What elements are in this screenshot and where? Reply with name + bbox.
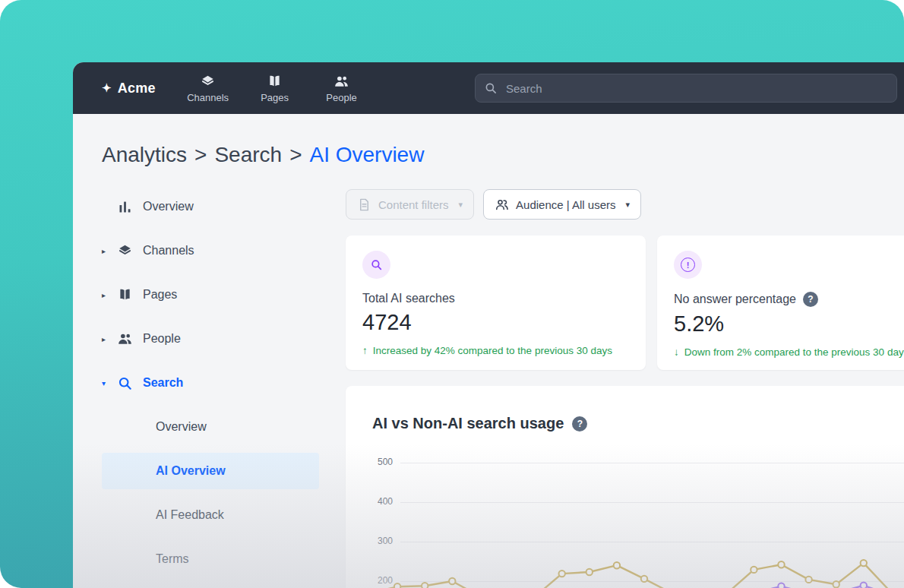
breadcrumb-separator: >	[289, 143, 302, 166]
ai-vs-non-ai-chart-card: AI vs Non-AI search usage ? 500400300200	[346, 386, 904, 588]
data-point-marker	[449, 578, 455, 584]
trend-down: ↓ Down from 2% compared to the previous …	[674, 346, 904, 358]
sidebar-label: People	[143, 332, 181, 346]
breadcrumb-current: AI Overview	[309, 143, 424, 166]
data-point-marker	[861, 583, 867, 588]
chevron-down-icon: ▾	[459, 200, 463, 210]
data-point-marker	[778, 561, 784, 567]
chevron-down-icon: ▾	[626, 200, 631, 210]
sidebar: Overview ▸ Channels ▸ Pages ▸ People	[102, 185, 319, 581]
people-icon	[117, 331, 133, 347]
nav-label: Channels	[187, 92, 229, 103]
data-point-marker	[751, 567, 757, 573]
card-title: No answer percentage	[674, 292, 796, 306]
card-icon-circle	[362, 251, 390, 279]
breadcrumb: Analytics>Search>AI Overview	[102, 143, 424, 167]
content-filters-label: Content filters	[378, 198, 449, 211]
brand-name: Acme	[118, 81, 156, 96]
data-point-marker	[422, 583, 428, 588]
help-icon[interactable]: ?	[803, 292, 818, 307]
line-chart	[346, 386, 904, 588]
sidebar-item-pages[interactable]: ▸ Pages	[102, 273, 319, 317]
search-icon	[370, 258, 383, 271]
nav-label: People	[326, 92, 356, 103]
sidebar-subitem-terms[interactable]: Terms	[102, 537, 319, 581]
trend-text: Increased by 42% compared to the previou…	[373, 345, 612, 356]
breadcrumb-analytics[interactable]: Analytics	[102, 143, 187, 166]
nav-label: Pages	[261, 92, 289, 103]
screen: ✦ Acme Channels Pages People	[0, 0, 904, 588]
data-point-marker	[559, 571, 565, 577]
chevron-right-icon[interactable]: ▸	[102, 335, 117, 343]
search-icon	[117, 375, 133, 391]
nav-item-people[interactable]: People	[311, 62, 373, 114]
series-line	[370, 563, 891, 588]
people-icon	[333, 74, 349, 90]
content-filters-button: Content filters ▾	[346, 189, 474, 220]
alert-circle-icon: !	[681, 258, 695, 272]
filters-row: Content filters ▾ Audience | All users ▾	[346, 189, 641, 220]
breadcrumb-separator: >	[194, 143, 207, 166]
sidebar-label: Channels	[143, 244, 194, 258]
people-icon	[495, 198, 509, 212]
arrow-up-icon: ↑	[362, 345, 368, 356]
data-point-marker	[614, 562, 620, 568]
layers-icon	[200, 74, 216, 90]
data-point-marker	[833, 581, 839, 587]
chevron-right-icon[interactable]: ▸	[102, 247, 117, 255]
arrow-down-icon: ↓	[674, 346, 679, 358]
layers-icon	[117, 243, 133, 259]
sidebar-item-people[interactable]: ▸ People	[102, 317, 319, 361]
sidebar-subitem-ai-overview[interactable]: AI Overview	[102, 453, 319, 489]
sidebar-label: Overview	[143, 200, 194, 213]
stat-cards-row: Total AI searches 4724 ↑ Increased by 42…	[346, 236, 904, 370]
no-answer-percentage-card: ! No answer percentage ? 5.2% ↓ Down fro…	[657, 236, 904, 370]
global-search	[475, 74, 897, 103]
search-icon	[484, 81, 498, 95]
sidebar-label: Search	[143, 376, 183, 390]
nav-item-channels[interactable]: Channels	[177, 62, 239, 114]
primary-nav: Channels Pages People	[177, 62, 373, 114]
chevron-right-icon[interactable]: ▸	[102, 291, 117, 299]
data-point-marker	[805, 577, 811, 583]
brand-logo[interactable]: ✦ Acme	[102, 81, 156, 96]
sidebar-item-overview[interactable]: Overview	[102, 185, 319, 229]
data-point-marker	[394, 583, 400, 588]
nav-item-pages[interactable]: Pages	[244, 62, 306, 114]
total-ai-searches-card: Total AI searches 4724 ↑ Increased by 42…	[346, 236, 646, 370]
data-point-marker	[641, 576, 647, 582]
book-icon	[267, 74, 283, 90]
data-point-marker	[586, 569, 593, 575]
card-title: Total AI searches	[362, 292, 455, 305]
page-content: Analytics>Search>AI Overview Overview ▸ …	[73, 114, 904, 588]
sparkle-icon: ✦	[102, 81, 112, 95]
sidebar-subitem-ai-feedback[interactable]: AI Feedback	[102, 493, 319, 537]
document-icon	[357, 198, 371, 212]
chevron-down-icon[interactable]: ▾	[102, 379, 117, 387]
book-icon	[117, 287, 133, 303]
card-icon-circle: !	[674, 251, 702, 279]
bar-chart-icon	[117, 199, 133, 215]
top-navbar: ✦ Acme Channels Pages People	[73, 62, 904, 114]
audience-filter-button[interactable]: Audience | All users ▾	[483, 189, 641, 220]
card-value: 5.2%	[674, 311, 904, 337]
search-input[interactable]	[475, 74, 897, 103]
sidebar-item-channels[interactable]: ▸ Channels	[102, 229, 319, 273]
data-point-marker	[778, 583, 784, 588]
sidebar-label: Pages	[143, 288, 177, 302]
trend-up: ↑ Increased by 42% compared to the previ…	[362, 345, 629, 356]
app-window: ✦ Acme Channels Pages People	[73, 62, 904, 588]
data-point-marker	[861, 560, 867, 566]
trend-text: Down from 2% compared to the previous 30…	[684, 346, 904, 358]
card-value: 4724	[362, 310, 629, 335]
audience-filter-label: Audience | All users	[516, 198, 615, 211]
breadcrumb-search[interactable]: Search	[214, 143, 282, 166]
sidebar-subitem-overview[interactable]: Overview	[102, 405, 319, 449]
sidebar-item-search[interactable]: ▾ Search	[102, 361, 319, 405]
